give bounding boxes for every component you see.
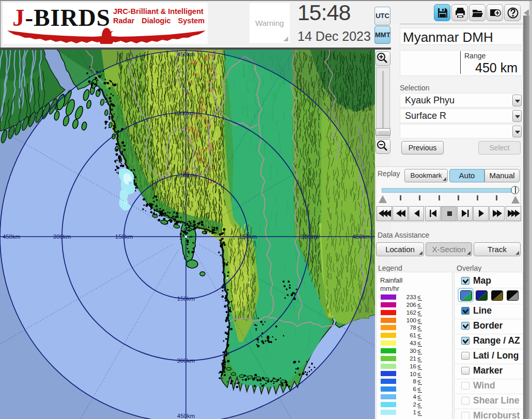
svg-text:150km: 150km xyxy=(177,296,195,302)
svg-text:300km: 300km xyxy=(53,234,71,240)
svg-text:150km: 150km xyxy=(115,234,133,240)
svg-text:300km: 300km xyxy=(301,234,319,240)
svg-text:450km: 450km xyxy=(353,234,371,240)
svg-text:150km: 150km xyxy=(239,234,257,240)
svg-text:300km: 300km xyxy=(177,358,195,364)
svg-text:450km: 450km xyxy=(177,51,195,57)
svg-text:300km: 300km xyxy=(177,110,195,116)
svg-text:450km: 450km xyxy=(177,413,195,419)
svg-text:150km: 150km xyxy=(177,172,195,178)
svg-text:450km: 450km xyxy=(3,234,21,240)
